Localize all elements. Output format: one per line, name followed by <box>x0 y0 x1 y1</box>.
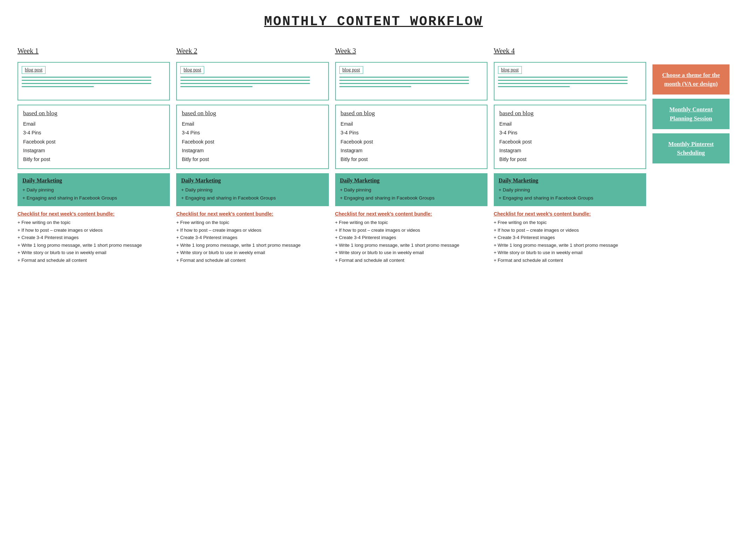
blog-line <box>180 80 310 81</box>
checklist-list-item: Format and schedule all content <box>176 257 328 264</box>
blog-line <box>180 86 253 87</box>
checklist-list-item: Free writing on the topic <box>494 219 646 226</box>
checklist-list-week-4: Free writing on the topicIf how to post … <box>494 219 646 264</box>
checklist-list-item: Write 1 long promo message, write 1 shor… <box>335 241 487 249</box>
based-title-week-1: based on blog <box>23 110 164 117</box>
blog-line <box>22 77 151 78</box>
checklist-list-week-3: Free writing on the topicIf how to post … <box>335 219 487 264</box>
week-2-heading: Week 2 <box>176 47 328 55</box>
checklist-list-item: Write 1 long promo message, write 1 shor… <box>176 241 328 249</box>
blog-line <box>339 77 469 78</box>
checklist-list-item: If how to post – create images or videos <box>335 226 487 234</box>
checklist-title-week-2: Checklist for next week's content bundle… <box>176 211 328 217</box>
based-list-item: Email <box>341 120 482 128</box>
checklist-list-item: Write 1 long promo message, write 1 shor… <box>18 241 170 249</box>
checklist-list-item: Write story or blurb to use in weekly em… <box>18 249 170 257</box>
checklist-section-week-1: Checklist for next week's content bundle… <box>18 210 170 265</box>
sidebar-scheduling-card: Monthly Pinterest Scheduling <box>652 133 729 163</box>
based-list-item: Email <box>23 120 164 128</box>
checklist-list-item: Create 3-4 Pinterest images <box>335 234 487 241</box>
based-list-item: Instagram <box>499 146 641 155</box>
daily-list-item: Engaging and sharing in Facebook Groups <box>499 194 641 202</box>
checklist-list-item: Create 3-4 Pinterest images <box>494 234 646 241</box>
checklist-section-week-3: Checklist for next week's content bundle… <box>335 210 487 265</box>
checklist-list-item: Create 3-4 Pinterest images <box>18 234 170 241</box>
based-list-item: Instagram <box>182 146 323 155</box>
daily-list-item: Daily pinning <box>340 186 483 194</box>
based-list-item: Email <box>182 120 323 128</box>
based-list-item: 3-4 Pins <box>182 128 323 137</box>
checklist-title-week-4: Checklist for next week's content bundle… <box>494 211 646 217</box>
checklist-list-item: Write story or blurb to use in weekly em… <box>176 249 328 257</box>
sidebar-column: Choose a theme for the month (VA or desi… <box>652 64 729 163</box>
daily-title-week-4: Daily Marketing <box>499 177 641 184</box>
checklist-list-item: Format and schedule all content <box>335 257 487 264</box>
blog-card-decoration <box>339 77 483 87</box>
blog-card-decoration <box>498 77 642 87</box>
checklist-list-item: Format and schedule all content <box>494 257 646 264</box>
blog-card-week-2: blog post <box>176 62 328 100</box>
daily-section-week-4: Daily MarketingDaily pinningEngaging and… <box>494 173 646 206</box>
checklist-list-item: Create 3-4 Pinterest images <box>176 234 328 241</box>
based-list-week-3: Email3-4 PinsFacebook postInstagramBitly… <box>341 120 482 164</box>
daily-list-item: Engaging and sharing in Facebook Groups <box>22 194 165 202</box>
based-list-item: Instagram <box>23 146 164 155</box>
week-1-heading: Week 1 <box>18 47 170 55</box>
based-title-week-2: based on blog <box>182 110 323 117</box>
blog-card-week-1: blog post <box>18 62 170 100</box>
based-list-item: 3-4 Pins <box>341 128 482 137</box>
based-list-week-1: Email3-4 PinsFacebook postInstagramBitly… <box>23 120 164 164</box>
blog-card-week-3: blog post <box>335 62 487 100</box>
daily-section-week-2: Daily MarketingDaily pinningEngaging and… <box>176 173 328 206</box>
week-col-4: Week 4blog postbased on blogEmail3-4 Pin… <box>494 47 646 265</box>
week-col-1: Week 1blog postbased on blogEmail3-4 Pin… <box>18 47 170 265</box>
daily-list-item: Daily pinning <box>181 186 324 194</box>
checklist-list-item: If how to post – create images or videos <box>176 226 328 234</box>
blog-label-week-4: blog post <box>498 66 522 74</box>
daily-list-week-3: Daily pinningEngaging and sharing in Fac… <box>340 186 483 202</box>
checklist-list-item: Write story or blurb to use in weekly em… <box>335 249 487 257</box>
checklist-title-week-3: Checklist for next week's content bundle… <box>335 211 487 217</box>
based-list-item: Facebook post <box>182 138 323 146</box>
checklist-list-week-1: Free writing on the topicIf how to post … <box>18 219 170 264</box>
based-list-item: 3-4 Pins <box>23 128 164 137</box>
checklist-section-week-4: Checklist for next week's content bundle… <box>494 210 646 265</box>
checklist-list-item: Free writing on the topic <box>18 219 170 226</box>
based-list-item: Bitly for post <box>23 155 164 164</box>
daily-title-week-1: Daily Marketing <box>22 177 165 184</box>
week-4-heading: Week 4 <box>494 47 646 55</box>
checklist-list-item: Format and schedule all content <box>18 257 170 264</box>
checklist-list-week-2: Free writing on the topicIf how to post … <box>176 219 328 264</box>
blog-label-week-3: blog post <box>339 66 363 74</box>
checklist-list-item: If how to post – create images or videos <box>494 226 646 234</box>
based-title-week-4: based on blog <box>499 110 641 117</box>
page-title: Monthly Content Workflow <box>18 14 729 29</box>
based-list-week-2: Email3-4 PinsFacebook postInstagramBitly… <box>182 120 323 164</box>
checklist-list-item: Free writing on the topic <box>335 219 487 226</box>
based-section-week-1: based on blogEmail3-4 PinsFacebook postI… <box>18 105 170 169</box>
blog-card-week-4: blog post <box>494 62 646 100</box>
blog-line <box>339 83 469 84</box>
daily-title-week-3: Daily Marketing <box>340 177 483 184</box>
checklist-list-item: Write story or blurb to use in weekly em… <box>494 249 646 257</box>
daily-section-week-3: Daily MarketingDaily pinningEngaging and… <box>335 173 487 206</box>
checklist-list-item: If how to post – create images or videos <box>18 226 170 234</box>
based-list-week-4: Email3-4 PinsFacebook postInstagramBitly… <box>499 120 641 164</box>
based-list-item: Instagram <box>341 146 482 155</box>
checklist-title-week-1: Checklist for next week's content bundle… <box>18 211 170 217</box>
sidebar-planning-card: Monthly Content Planning Session <box>652 99 729 129</box>
checklist-list-item: Write 1 long promo message, write 1 shor… <box>494 241 646 249</box>
checklist-list-item: Free writing on the topic <box>176 219 328 226</box>
blog-card-decoration <box>180 77 324 87</box>
blog-line <box>339 80 469 81</box>
blog-line <box>180 77 310 78</box>
week-3-heading: Week 3 <box>335 47 487 55</box>
blog-line <box>180 83 310 84</box>
blog-label-week-2: blog post <box>180 66 204 74</box>
based-title-week-3: based on blog <box>341 110 482 117</box>
daily-list-week-2: Daily pinningEngaging and sharing in Fac… <box>181 186 324 202</box>
daily-list-item: Engaging and sharing in Facebook Groups <box>340 194 483 202</box>
based-list-item: Bitly for post <box>182 155 323 164</box>
sidebar-theme-card: Choose a theme for the month (VA or desi… <box>652 64 729 94</box>
blog-line <box>498 80 628 81</box>
